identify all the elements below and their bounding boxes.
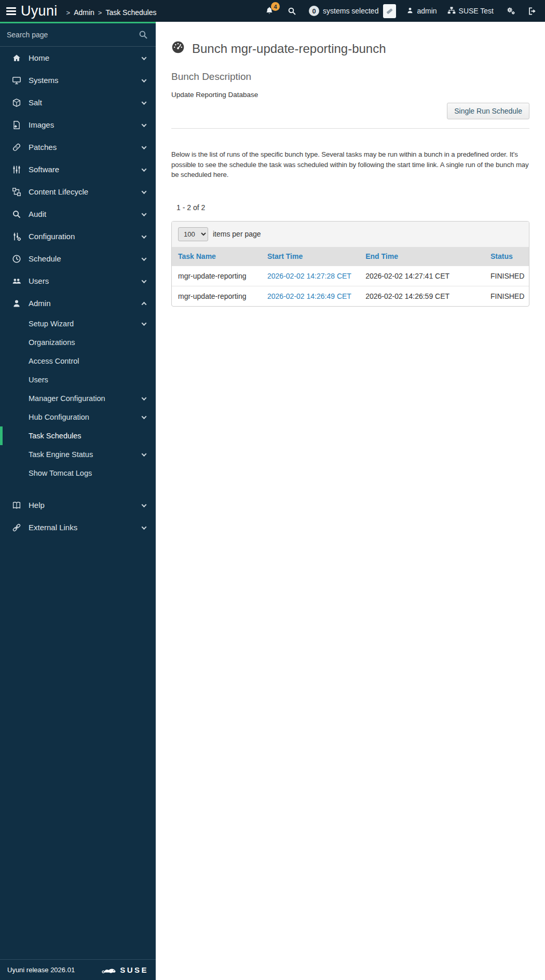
sidebar-item-admin-users[interactable]: Users [0, 370, 156, 389]
items-per-page-label: items per page [213, 230, 261, 238]
chevron-down-icon [142, 211, 147, 216]
chevron-down-icon [142, 395, 147, 401]
sidebar-item-setup-wizard[interactable]: Setup Wizard [0, 314, 156, 333]
sidebar: Home Systems Salt Images Patches [0, 22, 156, 980]
release-version-link[interactable]: 2026.01 [50, 966, 75, 974]
lifecycle-icon [11, 187, 22, 197]
sidebar-bottom-group: Help External Links [0, 494, 156, 539]
main-content: Bunch mgr-update-reporting-bunch Bunch D… [156, 0, 545, 307]
brand-logo[interactable]: Uyuni [21, 3, 58, 19]
sidebar-item-content-lifecycle[interactable]: Content Lifecycle [0, 181, 156, 203]
user-icon [11, 299, 22, 308]
menu-toggle-icon[interactable] [5, 5, 17, 17]
items-per-page-select[interactable]: 100 [178, 227, 208, 241]
sidebar-item-hub-configuration[interactable]: Hub Configuration [0, 408, 156, 426]
sidebar-item-external-links[interactable]: External Links [0, 516, 156, 539]
search-icon[interactable] [288, 7, 296, 16]
desktop-icon [11, 76, 22, 85]
book-icon [11, 501, 22, 510]
start-time-cell: 2026-02-02 14:26:49 CET [261, 286, 359, 306]
runs-panel: 100 items per page Task Name Start Time … [171, 221, 529, 307]
search-icon[interactable] [139, 30, 148, 42]
status-cell: FINISHED [484, 286, 529, 306]
sidebar-item-patches[interactable]: Patches [0, 136, 156, 158]
system-selection-manager[interactable]: 0 systems selected [309, 4, 396, 18]
breadcrumb-separator: > [98, 9, 102, 17]
cube-icon [11, 98, 22, 107]
sidebar-item-users[interactable]: Users [0, 270, 156, 292]
sidebar-item-admin[interactable]: Admin [0, 292, 156, 314]
config-sliders-gear-icon [11, 232, 22, 241]
preferences-gears-icon[interactable] [506, 6, 515, 16]
sidebar-item-help[interactable]: Help [0, 494, 156, 516]
sidebar-nav: Home Systems Salt Images Patches [0, 47, 156, 539]
button-row: Single Run Schedule [171, 103, 529, 119]
start-time-link[interactable]: 2026-02-02 14:26:49 CET [267, 292, 351, 300]
sidebar-item-manager-configuration[interactable]: Manager Configuration [0, 389, 156, 408]
intro-text: Below is the list of runs of the specifi… [171, 149, 529, 180]
chevron-down-icon [142, 414, 147, 419]
column-start-time[interactable]: Start Time [261, 247, 359, 266]
sidebar-item-schedule[interactable]: Schedule [0, 247, 156, 270]
sidebar-item-audit[interactable]: Audit [0, 203, 156, 225]
chevron-down-icon [142, 451, 147, 457]
section-heading: Bunch Description [171, 71, 529, 82]
release-info: Uyuni release 2026.01 [7, 966, 75, 974]
clock-icon [11, 254, 22, 264]
sidebar-item-salt[interactable]: Salt [0, 91, 156, 114]
breadcrumb-admin[interactable]: Admin [74, 8, 94, 17]
sidebar-item-show-tomcat-logs[interactable]: Show Tomcat Logs [0, 464, 156, 482]
breadcrumb: > Admin > Task Schedules [63, 8, 157, 17]
sidebar-item-systems[interactable]: Systems [0, 69, 156, 91]
magnifier-icon [11, 210, 22, 219]
chevron-down-icon [142, 167, 147, 172]
admin-submenu: Setup Wizard Organizations Access Contro… [0, 314, 156, 482]
uyuni-app: Uyuni > Admin > Task Schedules 4 0 syste… [0, 0, 545, 980]
divider [171, 128, 529, 129]
sidebar-item-software[interactable]: Software [0, 158, 156, 181]
sidebar-item-access-control[interactable]: Access Control [0, 352, 156, 370]
chevron-down-icon [142, 502, 147, 507]
systems-selected-label: systems selected [323, 7, 378, 15]
sign-out-icon[interactable] [528, 7, 537, 16]
sidebar-item-task-engine-status[interactable]: Task Engine Status [0, 445, 156, 464]
sidebar-item-images[interactable]: Images [0, 114, 156, 136]
sidebar-search-input[interactable] [0, 23, 156, 46]
items-per-page-row: 100 items per page [172, 222, 529, 247]
column-status[interactable]: Status [484, 247, 529, 266]
sidebar-item-task-schedules[interactable]: Task Schedules [0, 426, 156, 445]
chevron-down-icon [142, 189, 147, 194]
bunch-description-text: Update Reporting Database [171, 91, 529, 99]
breadcrumb-separator: > [66, 9, 71, 17]
chevron-down-icon [142, 144, 147, 149]
sidebar-footer: Uyuni release 2026.01 SUSE [0, 959, 156, 980]
table-row: mgr-update-reporting 2026-02-02 14:27:28… [172, 266, 529, 286]
notifications-bell-icon[interactable]: 4 [265, 6, 274, 16]
sidebar-item-home[interactable]: Home [0, 47, 156, 69]
selected-systems-count-badge: 0 [309, 6, 319, 16]
clear-selection-button[interactable] [383, 4, 396, 18]
link-icon [11, 523, 22, 532]
user-menu[interactable]: admin [406, 7, 437, 16]
chevron-down-icon [142, 122, 147, 127]
start-time-cell: 2026-02-02 14:27:28 CET [261, 266, 359, 286]
task-name-cell: mgr-update-reporting [172, 286, 261, 306]
column-end-time[interactable]: End Time [359, 247, 484, 266]
image-file-icon [11, 120, 22, 130]
breadcrumb-task-schedules[interactable]: Task Schedules [105, 8, 156, 17]
tachometer-icon [171, 40, 185, 57]
sliders-icon [11, 165, 22, 174]
user-name: admin [417, 7, 437, 15]
start-time-link[interactable]: 2026-02-02 14:27:28 CET [267, 272, 351, 280]
organization-menu[interactable]: SUSE Test [447, 6, 494, 16]
sidebar-item-organizations[interactable]: Organizations [0, 333, 156, 352]
chevron-down-icon [142, 321, 147, 326]
chevron-down-icon [142, 55, 147, 60]
single-run-schedule-button[interactable]: Single Run Schedule [447, 103, 529, 119]
users-group-icon [11, 277, 22, 286]
column-task-name[interactable]: Task Name [172, 247, 261, 266]
chevron-up-icon [142, 301, 147, 307]
suse-logo: SUSE [101, 965, 148, 974]
page-title: Bunch mgr-update-reporting-bunch [171, 40, 529, 57]
sidebar-item-configuration[interactable]: Configuration [0, 225, 156, 247]
